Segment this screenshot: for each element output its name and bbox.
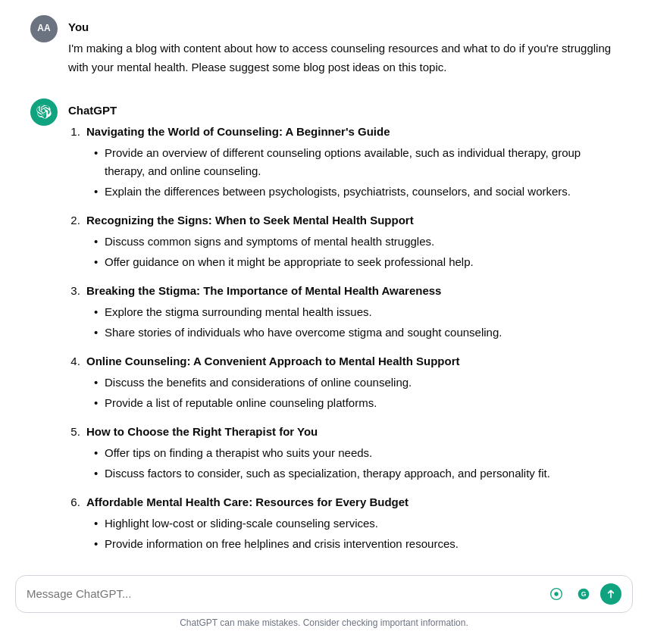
assistant-avatar [30, 98, 58, 126]
g-icon: G [578, 588, 590, 600]
blog-post-bullet: Explain the differences between psycholo… [94, 183, 618, 201]
blog-post-item: Affordable Mental Health Care: Resources… [83, 493, 618, 553]
blog-post-item: Breaking the Stigma: The Importance of M… [83, 282, 618, 342]
user-message-content: You I'm making a blog with content about… [68, 15, 618, 77]
blog-post-bullet: Provide a list of reputable online couns… [94, 394, 618, 412]
send-icon [605, 588, 617, 600]
assistant-message: ChatGPT Navigating the World of Counseli… [30, 98, 618, 566]
user-name: You [68, 18, 618, 36]
input-icons: G [546, 583, 621, 605]
blog-post-bullet: Highlight low-cost or sliding-scale coun… [94, 514, 618, 533]
blog-post-bullet: Provide information on free helplines an… [94, 535, 618, 553]
send-button[interactable] [600, 583, 621, 605]
blog-post-bullet: Discuss the benefits and considerations … [94, 374, 618, 392]
blog-post-item: Recognizing the Signs: When to Seek Ment… [83, 211, 618, 271]
blog-post-item: Online Counseling: A Convenient Approach… [83, 352, 618, 412]
blog-post-item: How to Choose the Right Therapist for Yo… [83, 423, 618, 483]
chat-container: AA You I'm making a blog with content ab… [0, 0, 648, 566]
message-input[interactable] [27, 587, 538, 600]
assistant-response: Navigating the World of Counseling: A Be… [68, 123, 618, 566]
blog-post-bullet: Share stories of individuals who have ov… [94, 324, 618, 342]
footer-note: ChatGPT can make mistakes. Consider chec… [15, 613, 633, 638]
assistant-name: ChatGPT [68, 102, 618, 120]
blog-posts-list: Navigating the World of Counseling: A Be… [68, 123, 618, 566]
user-avatar: AA [30, 15, 58, 42]
blog-post-bullet: Discuss factors to consider, such as spe… [94, 464, 618, 483]
chatgpt-icon [36, 105, 52, 120]
blog-post-bullet: Offer tips on finding a therapist who su… [94, 444, 618, 462]
svg-text:G: G [581, 590, 587, 598]
user-avatar-initials: AA [37, 21, 50, 36]
assistant-message-content: ChatGPT Navigating the World of Counseli… [68, 98, 618, 566]
blog-post-bullet: Explore the stigma surrounding mental he… [94, 303, 618, 321]
input-wrapper: G [15, 575, 633, 613]
svg-point-1 [554, 592, 558, 596]
blog-post-bullet: Provide an overview of different counsel… [94, 144, 618, 180]
audio-icon [550, 588, 562, 600]
audio-button[interactable] [546, 583, 567, 605]
g-button[interactable]: G [573, 583, 594, 605]
user-message: AA You I'm making a blog with content ab… [30, 15, 618, 77]
blog-post-item: Navigating the World of Counseling: A Be… [83, 123, 618, 201]
blog-post-bullet: Offer guidance on when it might be appro… [94, 253, 618, 271]
user-message-text: I'm making a blog with content about how… [68, 39, 618, 77]
blog-post-bullet: Discuss common signs and symptoms of men… [94, 233, 618, 251]
input-area: G ChatGPT can make mistakes. Consider ch… [0, 566, 648, 644]
